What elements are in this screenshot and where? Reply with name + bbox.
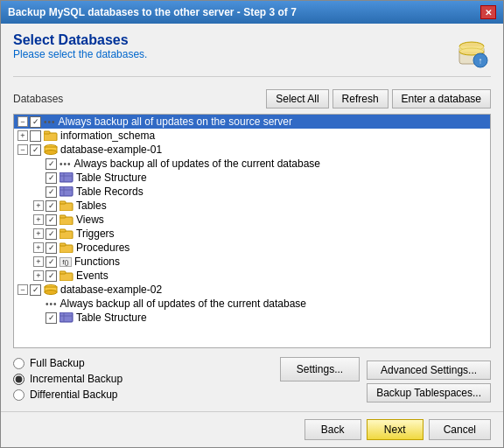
svg-rect-30 (60, 312, 73, 322)
item-label: Table Structure (76, 172, 147, 184)
db-icon (44, 144, 58, 155)
full-backup-label: Full Backup (30, 357, 85, 369)
expand-icon[interactable]: + (33, 228, 44, 239)
checkbox-tables[interactable] (46, 200, 57, 212)
db-icon (44, 284, 58, 295)
differential-backup-radio[interactable] (13, 389, 24, 401)
checkbox-table-records[interactable] (46, 186, 57, 198)
expand-icon[interactable]: + (33, 242, 44, 253)
next-button[interactable]: Next (367, 419, 424, 440)
svg-point-10 (45, 150, 57, 155)
expand-icon[interactable]: + (33, 214, 44, 225)
dots-icon: ••• (46, 299, 58, 309)
tree-item-db-example-01[interactable]: − database-example-01 (14, 143, 490, 157)
backup-tablespaces-button[interactable]: Backup Tablespaces... (367, 383, 491, 402)
toolbar-buttons: Select All Refresh Enter a database (266, 89, 491, 108)
svg-rect-22 (60, 229, 66, 232)
tree-item-triggers[interactable]: + Triggers (14, 227, 490, 241)
tree-item-table-structure-2[interactable]: Table Structure (14, 311, 490, 325)
incremental-backup-label: Incremental Backup (30, 373, 122, 385)
window-title: Backup MySQL databases to the other serv… (8, 6, 297, 18)
database-tree[interactable]: − ••• Always backup all of updates on th… (13, 114, 491, 348)
item-label: Functions (74, 256, 120, 268)
select-all-button[interactable]: Select All (266, 89, 328, 108)
expand-icon[interactable]: − (18, 144, 28, 155)
differential-backup-option[interactable]: Differential Backup (13, 388, 273, 401)
folder-icon (60, 214, 74, 225)
folder-icon (60, 242, 74, 253)
expand-icon[interactable]: + (33, 256, 44, 267)
folder-icon (60, 270, 74, 281)
header-icon: ↑ (452, 32, 491, 71)
item-label: Tables (76, 200, 107, 212)
item-label: information_schema (60, 130, 155, 142)
incremental-backup-radio[interactable] (13, 374, 24, 385)
differential-backup-label: Differential Backup (30, 388, 118, 401)
checkbox-info-schema[interactable] (30, 130, 41, 142)
back-button[interactable]: Back (304, 419, 361, 440)
incremental-backup-option[interactable]: Incremental Backup (13, 373, 273, 385)
page-subtitle: Please select the databases. (13, 48, 452, 60)
checkbox-always-backup-current[interactable] (46, 158, 57, 170)
refresh-button[interactable]: Refresh (332, 89, 388, 108)
expand-icon[interactable]: − (18, 116, 28, 127)
tree-item-table-structure[interactable]: Table Structure (14, 171, 490, 185)
backup-options: Full Backup Incremental Backup Different… (13, 357, 273, 401)
close-button[interactable]: ✕ (480, 5, 496, 19)
tree-item-always-backup-source[interactable]: − ••• Always backup all of updates on th… (14, 115, 490, 129)
tree-item-always-backup-current[interactable]: ••• Always backup all of updates of the … (14, 157, 490, 171)
svg-rect-7 (44, 131, 50, 134)
tree-item-procedures[interactable]: + Procedures (14, 241, 490, 255)
svg-rect-11 (60, 172, 73, 182)
full-backup-option[interactable]: Full Backup (13, 357, 273, 369)
checkbox-events[interactable] (46, 270, 57, 282)
item-label: Triggers (76, 228, 115, 240)
item-label: Events (76, 270, 108, 282)
table-icon (60, 172, 74, 183)
svg-rect-3 (459, 46, 484, 52)
tree-item-db-example-02[interactable]: − database-example-02 (14, 283, 490, 297)
svg-point-29 (45, 290, 57, 295)
checkbox-procedures[interactable] (46, 242, 57, 254)
svg-rect-14 (60, 186, 73, 196)
page-header: Select Databases Please select the datab… (13, 32, 491, 77)
checkbox-db-example-02[interactable] (30, 284, 41, 296)
right-action-buttons: Advanced Settings... Backup Tablespaces.… (367, 360, 491, 402)
full-backup-radio[interactable] (13, 358, 24, 369)
svg-rect-26 (60, 271, 66, 274)
checkbox-always-backup-source[interactable] (30, 116, 41, 128)
svg-rect-24 (60, 243, 66, 246)
checkbox-table-structure[interactable] (46, 172, 57, 184)
tree-item-info-schema[interactable]: + information_schema (14, 129, 490, 143)
item-label: Procedures (76, 242, 130, 254)
tree-item-always-backup-current-2[interactable]: ••• Always backup all of updates of the … (14, 297, 490, 311)
svg-rect-20 (60, 215, 66, 218)
expand-icon[interactable]: − (18, 284, 28, 295)
tree-item-events[interactable]: + Events (14, 269, 490, 283)
item-label: database-example-02 (60, 284, 162, 296)
tree-item-table-records[interactable]: Table Records (14, 185, 490, 199)
checkbox-functions[interactable] (46, 256, 57, 268)
checkbox-table-structure-2[interactable] (46, 312, 57, 324)
cancel-button[interactable]: Cancel (429, 419, 491, 440)
item-label: Always backup all of updates of the curr… (60, 298, 307, 310)
table-icon (60, 186, 74, 197)
folder-icon (44, 130, 58, 141)
expand-icon[interactable]: + (33, 200, 44, 211)
checkbox-db-example-01[interactable] (30, 144, 41, 156)
svg-text:↑: ↑ (479, 56, 483, 66)
tree-item-views[interactable]: + Views (14, 213, 490, 227)
tree-item-functions[interactable]: + f() Functions (14, 255, 490, 269)
checkbox-views[interactable] (46, 214, 57, 226)
dots-icon: ••• (60, 159, 72, 169)
tree-item-tables[interactable]: + Tables (14, 199, 490, 213)
expand-icon[interactable]: + (18, 130, 28, 141)
advanced-settings-button[interactable]: Advanced Settings... (367, 360, 491, 380)
checkbox-triggers[interactable] (46, 228, 57, 240)
enter-database-button[interactable]: Enter a database (392, 89, 491, 108)
expand-icon[interactable]: + (33, 270, 44, 281)
table-icon (60, 312, 74, 323)
page-title: Select Databases (13, 32, 452, 48)
settings-button[interactable]: Settings... (280, 357, 360, 382)
folder-icon (60, 228, 74, 239)
